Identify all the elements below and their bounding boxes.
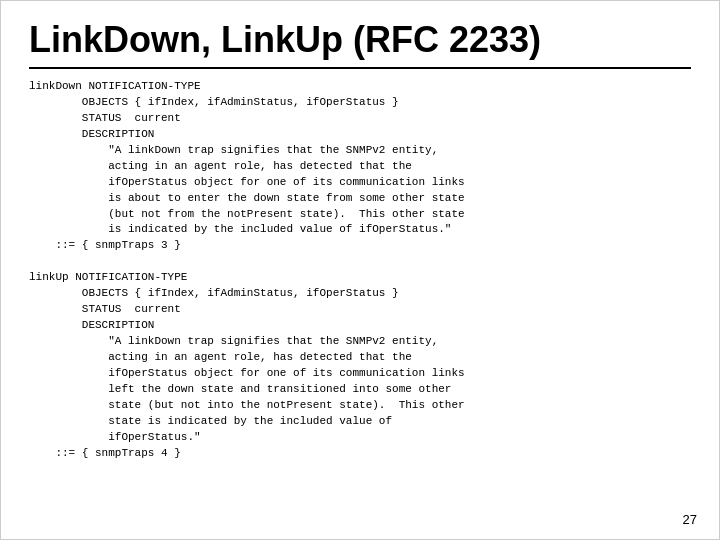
page-number: 27 xyxy=(683,512,697,527)
slide-title: LinkDown, LinkUp (RFC 2233) xyxy=(29,19,691,69)
slide-container: LinkDown, LinkUp (RFC 2233) linkDown NOT… xyxy=(0,0,720,540)
code-content: linkDown NOTIFICATION-TYPE OBJECTS { ifI… xyxy=(29,79,691,462)
